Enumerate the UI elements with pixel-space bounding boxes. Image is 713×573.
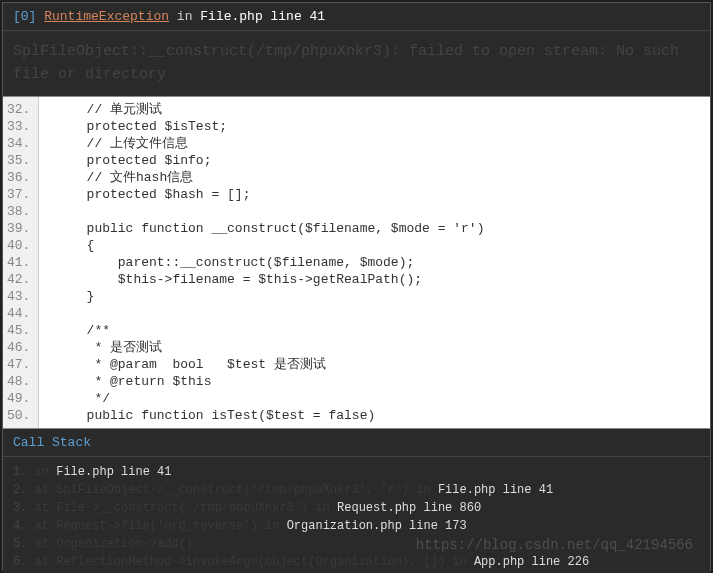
line-number: 50. bbox=[7, 407, 30, 424]
line-number: 35. bbox=[7, 152, 30, 169]
stack-frame[interactable]: 4. at Request->file('org_reverse') in Or… bbox=[13, 517, 700, 535]
code-line bbox=[55, 305, 710, 322]
line-numbers: 32.33.34.35.36.37.38.39.40.41.42.43.44.4… bbox=[3, 97, 39, 428]
line-number: 45. bbox=[7, 322, 30, 339]
code-line: * @param bool $test 是否测试 bbox=[55, 356, 710, 373]
exception-name[interactable]: RuntimeException bbox=[44, 9, 169, 24]
error-panel: [0] RuntimeException in File.php line 41… bbox=[2, 2, 711, 571]
code-line: * @return $this bbox=[55, 373, 710, 390]
line-number: 49. bbox=[7, 390, 30, 407]
stack-context: at SplFileObject->__construct('/tmp/phpu… bbox=[35, 483, 438, 497]
line-number: 33. bbox=[7, 118, 30, 135]
line-number: 39. bbox=[7, 220, 30, 237]
line-number: 44. bbox=[7, 305, 30, 322]
code-line: * 是否测试 bbox=[55, 339, 710, 356]
code-line: // 单元测试 bbox=[55, 101, 710, 118]
line-number: 32. bbox=[7, 101, 30, 118]
stack-frame[interactable]: 2. at SplFileObject->__construct('/tmp/p… bbox=[13, 481, 700, 499]
line-number: 37. bbox=[7, 186, 30, 203]
code-line: // 上传文件信息 bbox=[55, 135, 710, 152]
code-block: 32.33.34.35.36.37.38.39.40.41.42.43.44.4… bbox=[3, 96, 710, 429]
stack-context: at Organization->add() bbox=[35, 537, 193, 551]
exception-header: [0] RuntimeException in File.php line 41 bbox=[3, 3, 710, 31]
stack-frame[interactable]: 6. at ReflectionMethod->invokeArgs(objec… bbox=[13, 553, 700, 571]
code-line: { bbox=[55, 237, 710, 254]
error-message: SplFileObject::__construct(/tmp/phpuXnkr… bbox=[3, 31, 710, 96]
stack-number: 3. bbox=[13, 501, 35, 515]
stack-context: in bbox=[35, 465, 57, 479]
code-line: */ bbox=[55, 390, 710, 407]
stack-file-link[interactable]: App.php line 226 bbox=[474, 555, 589, 569]
code-line: public function isTest($test = false) bbox=[55, 407, 710, 424]
stack-context: at File->__construct('/tmp/phpuXnkr3') i… bbox=[35, 501, 337, 515]
callstack-header: Call Stack bbox=[3, 429, 710, 457]
line-number: 42. bbox=[7, 271, 30, 288]
line-number: 41. bbox=[7, 254, 30, 271]
stack-file-link[interactable]: Organization.php line 173 bbox=[287, 519, 467, 533]
stack-number: 2. bbox=[13, 483, 35, 497]
stack-file-link[interactable]: File.php line 41 bbox=[56, 465, 171, 479]
file-reference[interactable]: File.php line 41 bbox=[200, 9, 325, 24]
stack-file-link[interactable]: File.php line 41 bbox=[438, 483, 553, 497]
line-number: 34. bbox=[7, 135, 30, 152]
code-line: protected $info; bbox=[55, 152, 710, 169]
stack-number: 6. bbox=[13, 555, 35, 569]
stack-context: at ReflectionMethod->invokeArgs(object(O… bbox=[35, 555, 474, 569]
code-line: /** bbox=[55, 322, 710, 339]
code-line: protected $isTest; bbox=[55, 118, 710, 135]
code-line: $this->filename = $this->getRealPath(); bbox=[55, 271, 710, 288]
code-line: } bbox=[55, 288, 710, 305]
line-number: 36. bbox=[7, 169, 30, 186]
line-number: 38. bbox=[7, 203, 30, 220]
in-label: in bbox=[177, 9, 193, 24]
stack-number: 5. bbox=[13, 537, 35, 551]
code-line: public function __construct($filename, $… bbox=[55, 220, 710, 237]
code-line: parent::__construct($filename, $mode); bbox=[55, 254, 710, 271]
code-line bbox=[55, 203, 710, 220]
line-number: 46. bbox=[7, 339, 30, 356]
source-code: // 单元测试 protected $isTest; // 上传文件信息 pro… bbox=[39, 97, 710, 428]
stack-number: 1. bbox=[13, 465, 35, 479]
stack-number: 4. bbox=[13, 519, 35, 533]
callstack-list: 1. in File.php line 412. at SplFileObjec… bbox=[3, 457, 710, 573]
line-number: 47. bbox=[7, 356, 30, 373]
line-number: 48. bbox=[7, 373, 30, 390]
line-number: 43. bbox=[7, 288, 30, 305]
stack-frame[interactable]: 1. in File.php line 41 bbox=[13, 463, 700, 481]
stack-context: at Request->file('org_reverse') in bbox=[35, 519, 287, 533]
stack-frame[interactable]: 3. at File->__construct('/tmp/phpuXnkr3'… bbox=[13, 499, 700, 517]
exception-index: [0] bbox=[13, 9, 36, 24]
code-line: // 文件hash信息 bbox=[55, 169, 710, 186]
code-line: protected $hash = []; bbox=[55, 186, 710, 203]
line-number: 40. bbox=[7, 237, 30, 254]
watermark: https://blog.csdn.net/qq_42194566 bbox=[416, 537, 693, 553]
stack-file-link[interactable]: Request.php line 860 bbox=[337, 501, 481, 515]
